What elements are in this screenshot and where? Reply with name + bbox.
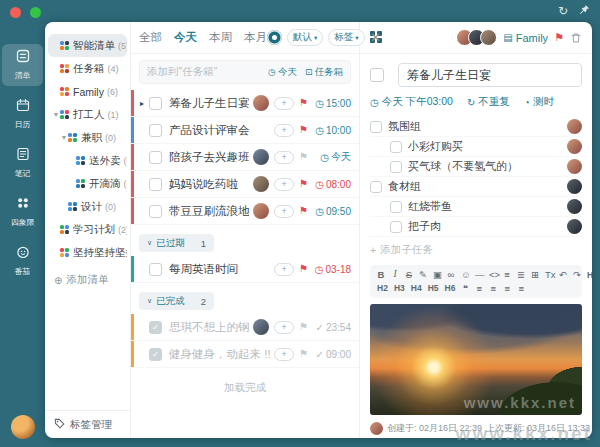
divider-icon[interactable]: — [475,270,483,280]
h4-icon[interactable]: H4 [411,284,422,293]
subtask-row[interactable]: 买气球（不要氢气的） [370,157,582,177]
flag-icon[interactable]: ⚑ [299,349,308,359]
quick-today-button[interactable]: ◷ 今天 [268,66,297,79]
align-justify-icon[interactable]: ≡ [517,284,525,294]
list-selector[interactable]: ▤ Family [503,32,548,44]
subtask-checkbox[interactable] [370,121,382,133]
task-checkbox[interactable] [370,68,384,82]
sidebar-list-item[interactable]: 智能清单(5) [48,34,127,57]
meta-repeat[interactable]: ↻不重复 [467,95,510,109]
assignee-avatars[interactable] [456,29,497,46]
task-row[interactable]: ✓思琪不想上的钢琴课+⚑✓23:54 [131,314,359,341]
flag-icon[interactable]: ⚑ [299,179,308,189]
task-checkbox[interactable] [149,97,162,110]
sidebar-list-item[interactable]: Family(6) [48,80,127,103]
task-checkbox[interactable]: ✓ [149,321,162,334]
subtask-row[interactable]: 食材组 [370,177,582,197]
section-toggle[interactable]: ∨已完成2 [139,292,214,310]
task-checkbox[interactable]: ✓ [149,348,162,361]
attachment-photo[interactable]: www.kkx.net [370,304,582,415]
tab-本周[interactable]: 本周 [209,30,232,45]
sidebar-list-item[interactable]: 学习计划(2) [48,218,127,241]
subtask-checkbox[interactable] [390,141,402,153]
sync-icon[interactable]: ↻ [558,4,568,18]
task-checkbox[interactable] [149,263,162,276]
task-title-input[interactable]: 筹备儿子生日宴 [398,63,582,87]
add-pomodoro-button[interactable]: + [274,321,294,334]
sidebar-list-item[interactable]: ▼兼职(0) [48,126,127,149]
italic-icon[interactable]: I [391,270,399,280]
h2-icon[interactable]: H2 [377,284,388,293]
flag-icon[interactable]: ⚑ [299,98,308,108]
tab-本月[interactable]: 本月 [244,30,267,45]
flag-icon[interactable]: ⚑ [299,152,308,162]
meta-stopwatch[interactable]: ◔测时 [524,95,554,109]
expand-caret-icon[interactable]: ▸ [140,99,149,108]
add-pomodoro-button[interactable]: + [274,263,294,276]
add-pomodoro-button[interactable]: + [274,124,294,137]
add-list-button[interactable]: ⊕ 添加清单 [48,269,127,291]
sidebar-list-item[interactable]: 设计(0) [48,195,127,218]
focus-ring-icon[interactable] [267,30,282,45]
task-checkbox[interactable] [149,124,162,137]
tab-全部[interactable]: 全部 [139,30,162,45]
align-right-icon[interactable]: ≡ [503,284,511,294]
sort-dropdown[interactable]: 默认 ▾ [287,29,323,46]
tab-今天[interactable]: 今天 [174,30,197,45]
subtask-row[interactable]: 小彩灯购买 [370,137,582,157]
rail-item-清单[interactable]: 清单 [2,44,43,86]
meta-clock[interactable]: ◷今天 下午03:00 [370,95,453,109]
task-row[interactable]: ▸筹备儿子生日宴(0/2)+⚑◷15:00 [131,90,359,117]
h6-icon[interactable]: H6 [445,284,456,293]
h3-icon[interactable]: H3 [394,284,405,293]
subtask-row[interactable]: 氛围组 [370,117,582,137]
task-row[interactable]: 妈妈说吃药啦+⚑◷08:00 [131,171,359,198]
add-pomodoro-button[interactable]: + [274,205,294,218]
task-checkbox[interactable] [149,151,162,164]
add-pomodoro-button[interactable]: + [274,178,294,191]
add-pomodoro-button[interactable]: + [274,151,294,164]
list-ol-icon[interactable]: ≣ [517,270,525,280]
sidebar-list-item[interactable]: 开滴滴(0) [48,172,127,195]
strike-icon[interactable]: S [405,270,413,280]
subtask-checkbox[interactable] [390,221,402,233]
close-icon[interactable]: ✕ [370,30,381,45]
add-task-input[interactable]: 添加到"任务箱" ◷ 今天 ⊡ 任务箱 [139,60,351,84]
code-icon[interactable]: <> [489,270,497,280]
flag-icon[interactable]: ⚑ [299,206,308,216]
section-toggle[interactable]: ∨已过期1 [139,234,214,252]
quick-inbox-button[interactable]: ⊡ 任务箱 [305,66,343,79]
sidebar-list-item[interactable]: 任务箱(4) [48,57,127,80]
pen-icon[interactable]: ✎ [419,270,427,280]
undo-icon[interactable]: ↶ [559,270,567,280]
subtask-checkbox[interactable] [390,161,402,173]
emoji-icon[interactable]: ☺ [461,270,469,280]
link-icon[interactable]: ∞ [447,270,455,280]
sidebar-list-item[interactable]: 坚持坚持坚持(1) [48,241,127,264]
subtask-checkbox[interactable] [370,181,382,193]
clear-format-icon[interactable]: Tx [545,270,553,280]
sidebar-list-item[interactable]: 送外卖(0) [48,149,127,172]
flag-icon[interactable]: ⚑ [299,125,308,135]
align-left-icon[interactable]: ≡ [475,284,483,294]
list-ul-icon[interactable]: ≡ [503,270,511,280]
task-row[interactable]: 每周英语时间+⚑◷03-18 [131,256,359,283]
subtask-checkbox[interactable] [390,201,402,213]
image-icon[interactable]: ▣ [433,270,441,280]
priority-flag-icon[interactable]: ⚑ [554,31,564,44]
rail-item-四象限[interactable]: 四象限 [2,191,43,233]
add-subtask-button[interactable]: + 添加子任务 [370,243,582,257]
sidebar-list-item[interactable]: ▼打工人(1) [48,103,127,126]
h1-icon[interactable]: H1 [587,271,592,280]
flag-icon[interactable]: ⚑ [299,322,308,332]
task-row[interactable]: 产品设计评审会+⚑◷10:00 [131,117,359,144]
subtask-row[interactable]: 红烧带鱼 [370,197,582,217]
redo-icon[interactable]: ↷ [573,270,581,280]
zoom-window-button[interactable] [30,7,41,18]
chevron-down-icon[interactable]: ▼ [52,111,60,118]
align-center-icon[interactable]: ≡ [489,284,497,294]
quote-icon[interactable]: ❝ [461,284,469,294]
tag-manage-button[interactable]: 标签管理 [45,410,130,438]
pin-icon[interactable] [579,4,590,18]
task-row[interactable]: ✓健身健身，动起来 !!!+⚑✓09:00 [131,341,359,368]
